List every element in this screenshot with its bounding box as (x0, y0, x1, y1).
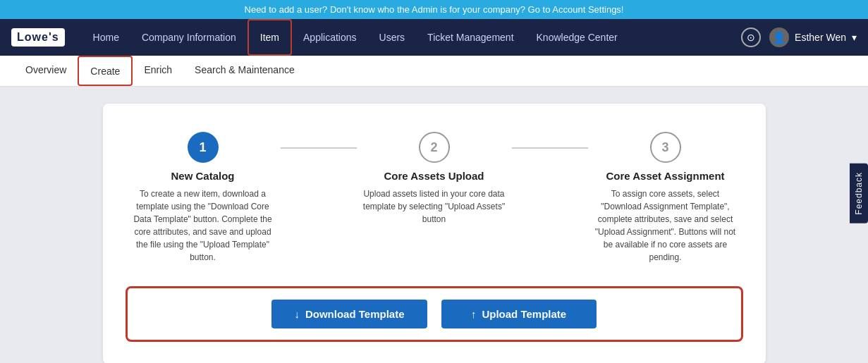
download-template-label: Download Template (305, 308, 405, 320)
notifications-icon[interactable]: ⊙ (741, 27, 761, 47)
card: 1 New Catalog To create a new item, down… (103, 104, 766, 363)
subnav-item-create[interactable]: Create (78, 56, 133, 86)
step-3-description: To assign core assets, select "Download … (588, 187, 743, 264)
upload-icon: ↑ (471, 308, 477, 320)
nav-item-company-information[interactable]: Company Information (130, 19, 247, 56)
step-2-description: Upload assets listed in your core data t… (357, 187, 512, 226)
chevron-down-icon: ▾ (852, 32, 857, 43)
download-icon: ↓ (294, 308, 300, 320)
user-name: Esther Wen (795, 32, 846, 43)
steps-row: 1 New Catalog To create a new item, down… (126, 132, 743, 264)
step-2: 2 Core Assets Upload Upload assets liste… (357, 132, 512, 226)
step-3-circle: 3 (650, 132, 681, 163)
nav-links: Home Company Information Item Applicatio… (82, 19, 742, 56)
step-3: 3 Core Asset Assignment To assign core a… (588, 132, 743, 264)
step-3-title: Core Asset Assignment (606, 170, 724, 182)
upload-template-label: Upload Template (482, 308, 566, 320)
upload-template-button[interactable]: ↑ Upload Template (441, 300, 597, 328)
avatar: 👤 (769, 27, 789, 47)
feedback-wrapper: Feedback (850, 164, 868, 223)
subnav-item-search-maintenance[interactable]: Search & Maintenance (183, 56, 306, 86)
step-1: 1 New Catalog To create a new item, down… (126, 132, 281, 264)
sub-nav: Overview Create Enrich Search & Maintena… (0, 56, 868, 87)
step-connector-2 (512, 147, 588, 149)
step-2-title: Core Assets Upload (384, 170, 484, 182)
logo[interactable]: Lowe's (11, 28, 65, 47)
logo-text: Lowe's (17, 31, 59, 43)
nav-item-home[interactable]: Home (82, 19, 130, 56)
nav-right: ⊙ 👤 Esther Wen ▾ (741, 27, 857, 47)
announcement-bar: Need to add a user? Don't know who the A… (0, 0, 868, 19)
nav-bar: Lowe's Home Company Information Item App… (0, 19, 868, 56)
nav-item-item[interactable]: Item (247, 19, 292, 56)
user-menu[interactable]: 👤 Esther Wen ▾ (769, 27, 857, 47)
subnav-item-overview[interactable]: Overview (14, 56, 78, 86)
nav-item-knowledge-center[interactable]: Knowledge Center (525, 19, 629, 56)
nav-item-ticket-management[interactable]: Ticket Management (416, 19, 525, 56)
buttons-row: ↓ Download Template ↑ Upload Template (126, 286, 743, 342)
step-connector-1 (281, 147, 357, 149)
step-1-title: New Catalog (171, 170, 234, 182)
feedback-button[interactable]: Feedback (850, 164, 868, 223)
announcement-text: Need to add a user? Don't know who the A… (245, 4, 624, 15)
subnav-item-enrich[interactable]: Enrich (133, 56, 183, 86)
nav-item-users[interactable]: Users (368, 19, 417, 56)
step-2-circle: 2 (419, 132, 450, 163)
download-template-button[interactable]: ↓ Download Template (271, 300, 427, 328)
nav-item-applications[interactable]: Applications (292, 19, 368, 56)
main-content: 1 New Catalog To create a new item, down… (0, 87, 868, 363)
step-1-circle: 1 (188, 132, 219, 163)
step-1-description: To create a new item, download a templat… (126, 187, 281, 264)
